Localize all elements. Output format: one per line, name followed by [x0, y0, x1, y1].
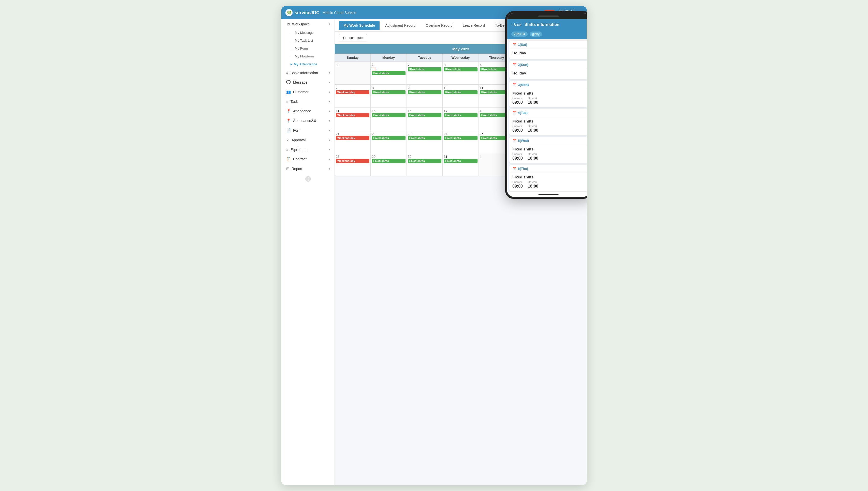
- sidebar-item-approval[interactable]: ✓ Approval ▾: [281, 135, 334, 145]
- attendance2-icon: 📍: [286, 118, 291, 123]
- table-row[interactable]: 1 Fixed shifts: [371, 62, 407, 85]
- sidebar-item-my-flowform[interactable]: My Flowform: [281, 52, 334, 60]
- calendar-icon: 📅: [512, 63, 516, 66]
- sidebar: 🖥 Workspace ▾ My Message My Task List My…: [281, 19, 335, 485]
- table-row[interactable]: 29 Fixed shifts: [371, 153, 407, 176]
- table-row[interactable]: 30: [335, 62, 371, 85]
- report-chevron-icon: ▾: [329, 167, 330, 171]
- sidebar-item-my-attendance[interactable]: My Attendance: [281, 60, 334, 68]
- day-header-wednesday: Wednesday: [443, 54, 479, 62]
- table-row[interactable]: 2 Fixed shifts: [407, 62, 443, 85]
- equipment-icon: ≡: [286, 147, 289, 152]
- phone-day-label: 3(Mon): [518, 83, 529, 87]
- customer-chevron-icon: ▾: [329, 90, 330, 94]
- form-chevron-icon: ▾: [329, 129, 330, 132]
- task-icon: ≡: [286, 99, 289, 104]
- shift-badge: Fixed shifts: [444, 90, 477, 94]
- table-row[interactable]: 17 Fixed shifts: [443, 108, 479, 131]
- table-row[interactable]: 9 Fixed shifts: [407, 85, 443, 108]
- sidebar-item-attendance2[interactable]: 📍 Attendance2.0 ▾: [281, 116, 334, 125]
- off-work-label: Off work: [528, 153, 538, 155]
- table-row[interactable]: 10 Fixed shifts: [443, 85, 479, 108]
- on-work-label: On work: [512, 153, 523, 155]
- shift-badge: Weekend day: [336, 113, 370, 117]
- message-icon: 💬: [286, 80, 291, 85]
- phone-day-label: 5(Wed): [518, 139, 529, 143]
- tab-work-schedule[interactable]: My Work Schedule: [339, 21, 380, 30]
- table-row[interactable]: 7 Weekend day: [335, 85, 371, 108]
- logo-area: 🌿 serviceJDC Mobile Cloud Service: [286, 9, 356, 16]
- off-work-label: Off work: [528, 125, 538, 127]
- table-row[interactable]: 21 Weekend day: [335, 131, 371, 153]
- sidebar-item-task[interactable]: ≡ Task ▾: [281, 97, 334, 106]
- off-work-time: 18:00: [528, 100, 538, 105]
- tab-overtime-record[interactable]: Overtime Record: [421, 21, 457, 30]
- on-work-label: On work: [512, 97, 523, 99]
- sidebar-item-equipment[interactable]: ≡ Equipment ▾: [281, 145, 334, 154]
- on-work-time: 09:00: [512, 100, 523, 105]
- table-row[interactable]: 15 Fixed shifts: [371, 108, 407, 131]
- table-row[interactable]: 8 Fixed shifts: [371, 85, 407, 108]
- shift-badge: Fixed shifts: [372, 90, 405, 94]
- sidebar-item-my-form[interactable]: My Form: [281, 45, 334, 52]
- attendance2-chevron-icon: ▾: [329, 119, 330, 122]
- sidebar-item-contract[interactable]: 📋 Contract ▾: [281, 154, 334, 164]
- list-item[interactable]: 📅 4(Tue) Fixed shifts On work 09:00 Off …: [509, 109, 587, 135]
- phone-bottom-bar: [507, 192, 587, 197]
- table-row[interactable]: 31 Fixed shifts: [443, 153, 479, 176]
- attendance-icon: 📍: [286, 109, 291, 113]
- sidebar-item-contract-label: Contract: [293, 157, 306, 161]
- table-row[interactable]: 16 Fixed shifts: [407, 108, 443, 131]
- main-layout: 🖥 Workspace ▾ My Message My Task List My…: [281, 19, 587, 485]
- phone-day-label: 4(Tue): [518, 111, 527, 115]
- sidebar-item-message[interactable]: 💬 Message ▾: [281, 78, 334, 87]
- on-work-label: On work: [512, 125, 523, 127]
- sidebar-item-report[interactable]: ⊞ Report ▾: [281, 164, 334, 174]
- shift-badge: Fixed shifts: [444, 159, 477, 163]
- table-row[interactable]: 28 Weekend day: [335, 153, 371, 176]
- message-chevron-icon: ▾: [329, 81, 330, 84]
- sidebar-item-my-task-list[interactable]: My Task List: [281, 37, 334, 45]
- phone-title: Shifts information: [524, 22, 560, 27]
- phone-back-label: Back: [514, 23, 521, 27]
- shift-badge: Fixed shifts: [372, 136, 405, 140]
- form-icon: 📄: [286, 128, 291, 133]
- tab-leave-record[interactable]: Leave Record: [458, 21, 489, 30]
- shift-badge: Fixed shifts: [372, 113, 405, 117]
- phone-body: 📅 1(Sat) Holiday 📅 2(Sun) Holiday: [507, 39, 587, 192]
- list-item[interactable]: 📅 2(Sun) Holiday: [509, 61, 587, 79]
- list-item[interactable]: 📅 1(Sat) Holiday: [509, 41, 587, 59]
- phone-day-label: 6(Thu): [518, 167, 528, 171]
- attendance-chevron-icon: ▾: [329, 110, 330, 113]
- phone-shift-name: Holiday: [512, 71, 585, 75]
- table-row[interactable]: 3 Fixed shifts: [443, 62, 479, 85]
- shift-badge: Weekend day: [336, 90, 370, 94]
- pre-schedule-button[interactable]: Pre-schedule: [339, 34, 367, 41]
- sidebar-item-customer[interactable]: 👥 Customer ▾: [281, 87, 334, 97]
- sidebar-item-form[interactable]: 📄 Form ▾: [281, 125, 334, 135]
- table-row[interactable]: 22 Fixed shifts: [371, 131, 407, 153]
- table-row[interactable]: 24 Fixed shifts: [443, 131, 479, 153]
- list-item[interactable]: 📅 3(Mon) Fixed shifts On work 09:00 Off …: [509, 81, 587, 107]
- sidebar-collapse-button[interactable]: ‹: [305, 176, 311, 182]
- day-header-monday: Monday: [371, 54, 407, 62]
- sidebar-item-workspace[interactable]: 🖥 Workspace ▾: [281, 19, 334, 29]
- phone-filter-date[interactable]: 2023-04: [511, 31, 527, 37]
- sidebar-item-my-message[interactable]: My Message: [281, 29, 334, 37]
- list-item[interactable]: 📅 5(Wed) Fixed shifts On work 09:00 Off …: [509, 137, 587, 163]
- sidebar-item-basic-info[interactable]: ≡ Basic Information ▾: [281, 68, 334, 78]
- on-work-time: 09:00: [512, 156, 523, 161]
- phone-filter-user[interactable]: ginny: [530, 31, 542, 37]
- sidebar-item-form-label: Form: [293, 128, 301, 133]
- sidebar-item-basic-info-label: Basic Information: [291, 71, 318, 75]
- sidebar-item-task-label: Task: [291, 99, 298, 104]
- table-row[interactable]: 14 Weekend day: [335, 108, 371, 131]
- tab-adjustment-record[interactable]: Adjustment Record: [381, 21, 420, 30]
- list-item[interactable]: 📅 6(Thu) Fixed shifts On work 09:00 Off …: [509, 165, 587, 191]
- basic-info-icon: ≡: [286, 71, 289, 75]
- table-row[interactable]: 30 Fixed shifts: [407, 153, 443, 176]
- back-chevron-icon: ‹: [511, 23, 513, 27]
- sidebar-item-attendance[interactable]: 📍 Attendance ▾: [281, 106, 334, 116]
- table-row[interactable]: 23 Fixed shifts: [407, 131, 443, 153]
- phone-back-button[interactable]: ‹ Back: [511, 23, 521, 27]
